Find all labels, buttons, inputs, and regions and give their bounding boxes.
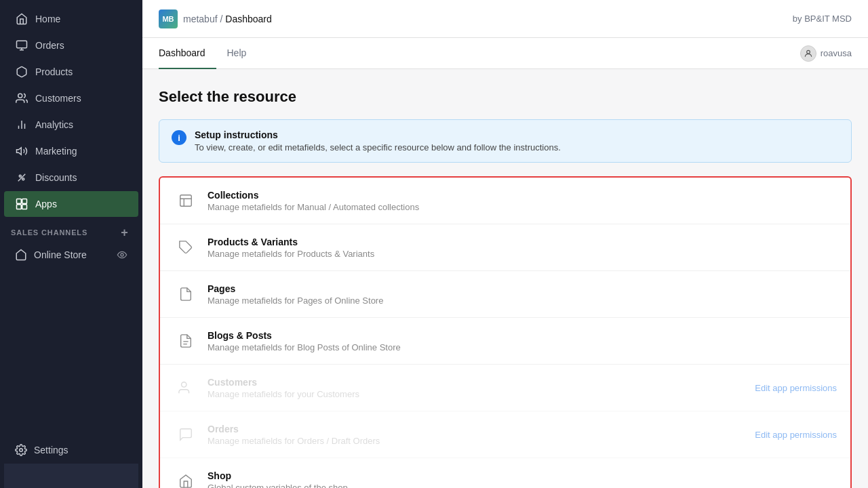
sidebar-item-discounts-label: Discounts <box>35 172 77 183</box>
discounts-icon <box>15 171 28 184</box>
resource-item-blogs-posts[interactable]: Blogs & Posts Manage metafields for Blog… <box>160 318 850 365</box>
resource-list: Collections Manage metafields for Manual… <box>159 176 852 488</box>
sidebar-item-apps[interactable]: Apps <box>4 191 138 217</box>
sidebar-item-discounts[interactable]: Discounts <box>4 165 138 190</box>
sidebar-item-customers[interactable]: Customers <box>4 85 138 111</box>
resource-item-orders: Orders Manage metafields for Orders / Dr… <box>160 411 850 458</box>
svg-point-22 <box>182 382 186 387</box>
sidebar-item-marketing-label: Marketing <box>35 146 77 157</box>
customers-edit-permissions-link[interactable]: Edit app permissions <box>755 383 837 393</box>
info-banner-title: Setup instructions <box>195 129 561 140</box>
topbar-left: MB metabuf / Dashboard <box>159 9 272 28</box>
resource-blogs-posts-info: Blogs & Posts Manage metafields for Blog… <box>208 330 837 352</box>
tag-icon <box>174 235 198 260</box>
orders-edit-permissions-link[interactable]: Edit app permissions <box>755 430 837 440</box>
info-banner-text: Setup instructions To view, create, or e… <box>195 129 561 152</box>
marketing-icon <box>15 144 28 158</box>
sidebar-item-customers-label: Customers <box>35 93 81 104</box>
avatar <box>800 45 816 62</box>
svg-point-8 <box>19 175 21 177</box>
sidebar-item-products[interactable]: Products <box>4 59 138 85</box>
home-icon <box>15 12 28 26</box>
sidebar-item-marketing[interactable]: Marketing <box>4 138 138 164</box>
sidebar-item-analytics[interactable]: Analytics <box>4 112 138 138</box>
resource-orders-info: Orders Manage metafields for Orders / Dr… <box>208 424 745 446</box>
sidebar-item-apps-label: Apps <box>35 199 57 209</box>
sales-channels-section: SALES CHANNELS + <box>0 218 142 242</box>
resource-customers-info: Customers Manage metafields for your Cus… <box>208 377 745 399</box>
svg-rect-13 <box>17 205 22 209</box>
resource-collections-desc: Manage metafields for Manual / Automated… <box>208 202 837 212</box>
settings-label: Settings <box>34 445 68 455</box>
main-content: MB metabuf / Dashboard by BP&IT MSD Dash… <box>142 0 868 488</box>
resource-item-customers: Customers Manage metafields for your Cus… <box>160 365 850 411</box>
customers-icon <box>15 92 28 105</box>
tabs: Dashboard Help <box>159 38 257 68</box>
svg-rect-14 <box>22 205 27 209</box>
resource-item-products-variants[interactable]: Products & Variants Manage metafields fo… <box>160 224 850 271</box>
apps-icon <box>15 197 28 211</box>
online-store-label: Online Store <box>34 249 87 260</box>
resource-products-variants-name: Products & Variants <box>208 237 837 247</box>
online-store-icon <box>15 249 27 261</box>
tab-dashboard[interactable]: Dashboard <box>159 38 216 69</box>
sidebar-item-orders-label: Orders <box>35 40 64 51</box>
svg-rect-11 <box>17 199 22 204</box>
page-icon <box>174 282 198 306</box>
svg-point-16 <box>20 449 23 452</box>
resource-orders-desc: Manage metafields for Orders / Draft Ord… <box>208 436 745 446</box>
resource-item-pages[interactable]: Pages Manage metafields for Pages of Onl… <box>160 271 850 318</box>
info-banner-description: To view, create, or edit metafields, sel… <box>195 142 561 152</box>
tab-help[interactable]: Help <box>216 38 258 69</box>
page-title: Select the resource <box>159 88 852 106</box>
resource-collections-name: Collections <box>208 190 837 201</box>
resource-shop-info: Shop Global custom variables of the shop <box>208 470 837 489</box>
sidebar-item-products-label: Products <box>35 66 73 77</box>
topbar-logo: MB <box>159 9 178 28</box>
resource-blogs-posts-desc: Manage metafields for Blog Posts of Onli… <box>208 342 837 352</box>
svg-point-15 <box>121 253 123 256</box>
resource-pages-name: Pages <box>208 283 837 294</box>
tabs-bar: Dashboard Help roavusa <box>142 38 868 69</box>
resource-shop-desc: Global custom variables of the shop <box>208 483 837 489</box>
resource-customers-name: Customers <box>208 377 745 388</box>
svg-rect-18 <box>180 195 192 207</box>
sidebar-item-online-store[interactable]: Online Store <box>4 243 138 267</box>
user-badge: roavusa <box>800 45 852 62</box>
collection-icon <box>174 188 198 213</box>
resource-collections-info: Collections Manage metafields for Manual… <box>208 190 837 212</box>
blog-icon <box>174 329 198 353</box>
customer-icon <box>174 375 198 400</box>
shop-icon <box>174 469 198 488</box>
resource-pages-desc: Manage metafields for Pages of Online St… <box>208 296 837 306</box>
breadcrumb: metabuf / Dashboard <box>183 14 272 24</box>
info-banner: i Setup instructions To view, create, or… <box>159 119 852 163</box>
info-icon: i <box>172 130 186 145</box>
online-store-visibility-icon[interactable] <box>117 249 127 260</box>
resource-pages-info: Pages Manage metafields for Pages of Onl… <box>208 283 837 306</box>
svg-point-3 <box>18 94 22 98</box>
add-sales-channel-button[interactable]: + <box>118 226 132 239</box>
settings-icon <box>15 444 27 456</box>
svg-point-17 <box>806 50 810 54</box>
order-icon <box>174 422 198 447</box>
sidebar-item-home-label: Home <box>35 14 60 24</box>
svg-point-9 <box>22 178 24 180</box>
products-icon <box>15 65 28 79</box>
svg-rect-12 <box>22 199 27 204</box>
resource-products-variants-desc: Manage metafields for Products & Variant… <box>208 249 837 259</box>
sidebar-item-home[interactable]: Home <box>4 6 138 32</box>
sidebar-footer-item <box>4 464 138 488</box>
sidebar-item-orders[interactable]: Orders <box>4 33 138 58</box>
page-content: Select the resource i Setup instructions… <box>142 69 868 488</box>
analytics-icon <box>15 118 28 131</box>
topbar: MB metabuf / Dashboard by BP&IT MSD <box>142 0 868 38</box>
topbar-byline: by BP&IT MSD <box>793 14 852 24</box>
resource-customers-desc: Manage metafields for your Customers <box>208 389 745 399</box>
username: roavusa <box>821 48 852 58</box>
svg-rect-0 <box>17 41 27 48</box>
resource-item-shop[interactable]: Shop Global custom variables of the shop <box>160 458 850 488</box>
sidebar-item-analytics-label: Analytics <box>35 119 73 130</box>
sidebar-item-settings[interactable]: Settings <box>4 437 138 463</box>
resource-item-collections[interactable]: Collections Manage metafields for Manual… <box>160 178 850 224</box>
